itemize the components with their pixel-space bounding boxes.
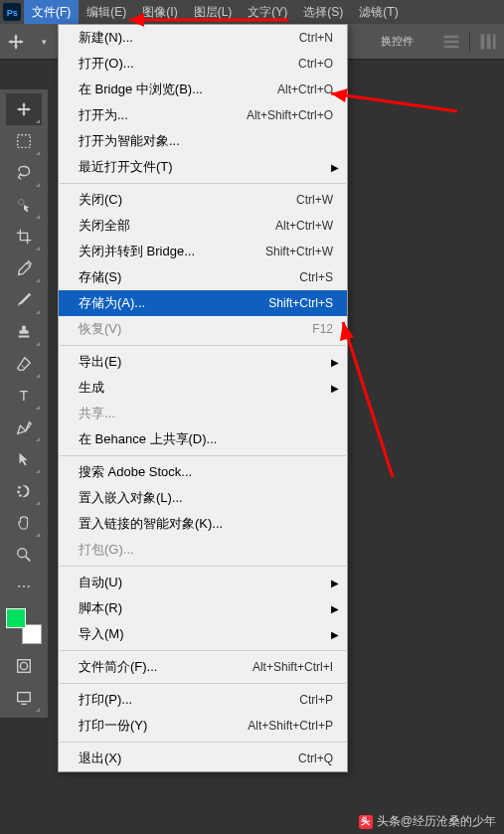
separator (469, 32, 470, 52)
menu-item-label: 生成 (79, 379, 333, 397)
align-icon-2[interactable] (478, 32, 498, 52)
menu-separator (60, 455, 346, 456)
menubar-item-1[interactable]: 编辑(E) (79, 0, 134, 24)
menu-item-label: 打印一份(Y) (79, 717, 248, 735)
svg-line-15 (26, 557, 31, 562)
menu-item[interactable]: 关闭(C)Ctrl+W (59, 187, 347, 213)
screenmode-tool[interactable] (6, 682, 42, 714)
menu-item-label: 打开(O)... (79, 55, 298, 73)
menu-item-shortcut: F12 (312, 322, 333, 336)
align-icon-1[interactable] (441, 32, 461, 52)
menu-item[interactable]: 最近打开文件(T)▶ (59, 154, 347, 180)
menu-item[interactable]: 在 Bridge 中浏览(B)...Alt+Ctrl+O (59, 77, 347, 102)
menu-item-label: 关闭(C) (79, 191, 296, 209)
menu-item-label: 存储(S) (79, 268, 299, 286)
menubar-item-4[interactable]: 文字(Y) (240, 0, 295, 24)
menu-item-label: 打开为... (79, 106, 247, 124)
menu-item-label: 搜索 Adobe Stock... (79, 463, 333, 481)
zoom-tool[interactable] (6, 539, 42, 571)
menu-item[interactable]: 导入(M)▶ (59, 621, 347, 647)
menu-item[interactable]: 新建(N)...Ctrl+N (59, 25, 347, 51)
menu-item[interactable]: 脚本(R)▶ (59, 595, 347, 621)
menu-item-label: 新建(N)... (79, 29, 299, 47)
marquee-tool[interactable] (6, 125, 42, 157)
dropdown-arrow-icon[interactable]: ▾ (34, 32, 54, 52)
menu-item[interactable]: 打印一份(Y)Alt+Shift+Ctrl+P (59, 713, 347, 739)
submenu-arrow-icon: ▶ (331, 578, 339, 588)
color-swatches[interactable] (6, 608, 42, 644)
menu-item[interactable]: 自动(U)▶ (59, 570, 347, 595)
menu-item-shortcut: Ctrl+N (299, 31, 333, 45)
menu-item-label: 置入嵌入对象(L)... (79, 489, 333, 507)
menu-item-label: 打开为智能对象... (79, 132, 333, 150)
menu-item[interactable]: 打印(P)...Ctrl+P (59, 687, 347, 713)
svg-rect-3 (444, 40, 459, 43)
menu-item-label: 关闭全部 (79, 217, 275, 235)
menu-item[interactable]: 在 Behance 上共享(D)... (59, 426, 347, 452)
stamp-tool[interactable] (6, 316, 42, 348)
svg-rect-18 (18, 693, 31, 702)
menubar-item-5[interactable]: 选择(S) (295, 0, 351, 24)
menu-item[interactable]: 退出(X)Ctrl+Q (59, 746, 347, 771)
svg-point-14 (18, 549, 27, 558)
menu-item[interactable]: 置入嵌入对象(L)... (59, 485, 347, 511)
svg-rect-2 (444, 35, 459, 38)
eraser-tool[interactable] (6, 348, 42, 380)
svg-rect-5 (481, 34, 485, 49)
menu-item[interactable]: 文件简介(F)...Alt+Shift+Ctrl+I (59, 654, 347, 680)
menu-item[interactable]: 置入链接的智能对象(K)... (59, 511, 347, 537)
menubar-item-3[interactable]: 图层(L) (186, 0, 241, 24)
menu-item-shortcut: Alt+Shift+Ctrl+O (247, 108, 333, 122)
svg-point-9 (19, 200, 24, 205)
app-menubar: Ps 文件(F)编辑(E)图像(I)图层(L)文字(Y)选择(S)滤镜(T) (0, 0, 504, 24)
menu-separator (60, 183, 346, 184)
menu-item-shortcut: Shift+Ctrl+W (265, 245, 333, 258)
menu-item[interactable]: 存储为(A)...Shift+Ctrl+S (59, 290, 347, 316)
menu-item[interactable]: 关闭并转到 Bridge...Shift+Ctrl+W (59, 239, 347, 264)
swap-controls-label: 换控件 (381, 34, 414, 49)
menu-item-label: 打印(P)... (79, 691, 299, 709)
menu-item[interactable]: 打开为...Alt+Shift+Ctrl+O (59, 102, 347, 128)
submenu-arrow-icon: ▶ (331, 162, 339, 173)
hand-tool[interactable] (6, 507, 42, 539)
menu-item[interactable]: 存储(S)Ctrl+S (59, 264, 347, 290)
toolbox: T ⋯ (0, 89, 48, 718)
crop-tool[interactable] (6, 221, 42, 252)
menu-item-shortcut: Ctrl+S (299, 270, 333, 284)
quick-select-tool[interactable] (6, 189, 42, 221)
menubar-item-6[interactable]: 滤镜(T) (351, 0, 406, 24)
svg-point-13 (19, 494, 22, 497)
menubar-item-0[interactable]: 文件(F) (24, 0, 79, 24)
menu-item-shortcut: Alt+Ctrl+W (275, 219, 333, 233)
foreground-color[interactable] (6, 608, 26, 628)
menu-item[interactable]: 导出(E)▶ (59, 349, 347, 375)
svg-line-24 (331, 93, 457, 111)
svg-line-22 (343, 322, 393, 477)
menu-item-shortcut: Ctrl+W (296, 193, 333, 207)
menu-item: 恢复(V)F12 (59, 316, 347, 342)
watermark-icon: 头 (359, 815, 373, 829)
menu-item-shortcut: Shift+Ctrl+S (268, 296, 333, 310)
file-menu-dropdown: 新建(N)...Ctrl+N打开(O)...Ctrl+O在 Bridge 中浏览… (58, 24, 348, 772)
move-tool[interactable] (6, 93, 42, 125)
svg-point-12 (17, 491, 20, 494)
path-select-tool[interactable] (6, 443, 42, 475)
svg-rect-7 (493, 34, 496, 49)
eyedropper-tool[interactable] (6, 252, 42, 284)
type-tool[interactable]: T (6, 380, 42, 412)
edit-toolbar[interactable]: ⋯ (6, 571, 42, 602)
menubar-item-2[interactable]: 图像(I) (134, 0, 185, 24)
menu-item[interactable]: 打开(O)...Ctrl+O (59, 51, 347, 77)
menu-item-label: 关闭并转到 Bridge... (79, 243, 265, 260)
brush-tool[interactable] (6, 284, 42, 316)
shape-tool[interactable] (6, 475, 42, 507)
quickmask-tool[interactable] (6, 650, 42, 682)
move-tool-icon (6, 32, 26, 52)
lasso-tool[interactable] (6, 157, 42, 189)
menu-item[interactable]: 打开为智能对象... (59, 128, 347, 154)
menu-item[interactable]: 关闭全部Alt+Ctrl+W (59, 213, 347, 239)
menu-item[interactable]: 搜索 Adobe Stock... (59, 459, 347, 485)
menu-item[interactable]: 生成▶ (59, 375, 347, 401)
pen-tool[interactable] (6, 412, 42, 443)
menu-separator (60, 742, 346, 743)
